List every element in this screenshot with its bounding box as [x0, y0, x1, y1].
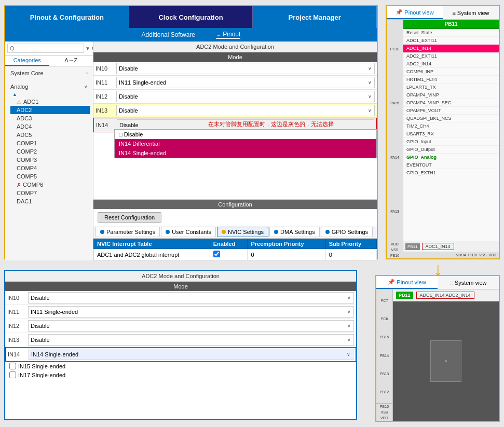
func-comp6-inp[interactable]: COMP6_INP	[403, 68, 499, 76]
sidebar-item-comp2[interactable]: COMP2	[10, 147, 90, 156]
tab-categories[interactable]: Categories	[5, 56, 49, 66]
row-in11: IN11 IN11 Single-ended	[93, 76, 377, 90]
tab-pinout-config[interactable]: Pinout & Configuration	[5, 6, 129, 28]
top-right-tab-pinout[interactable]: 📌 Pinout view	[387, 6, 443, 19]
mode-config-rows: IN10 Disable IN11	[93, 62, 377, 199]
bottom-in13-select[interactable]: Disable	[28, 334, 354, 346]
in11-select[interactable]: IN11 Single-ended	[116, 77, 375, 88]
search-input[interactable]	[7, 44, 84, 53]
pin-pa15: PA15	[387, 101, 403, 105]
pin-pc7: PC7	[376, 299, 392, 302]
sub-tab-pinout[interactable]: ⌄ Pinout	[216, 31, 240, 39]
chip-visual	[393, 301, 499, 421]
nvic-row-sub: 0	[325, 249, 376, 260]
bottom-in12-select[interactable]: Disable	[28, 320, 354, 332]
in14-option-single-ended[interactable]: IN14 Single-ended	[115, 148, 376, 158]
func-adc2-exti11[interactable]: ADC2_EXTI11	[403, 52, 499, 60]
bottom-row-in10: IN10 Disable	[5, 291, 356, 305]
bottom-in10-select[interactable]: Disable	[28, 292, 354, 304]
group-analog-header[interactable]: Analog ∨	[8, 82, 90, 91]
in10-select-wrapper: Disable	[116, 63, 375, 74]
in13-label: IN13	[96, 107, 116, 114]
pin-vss-br: VSS	[376, 409, 392, 415]
sidebar-item-adc1[interactable]: ADC1	[10, 98, 90, 106]
nvic-enabled-checkbox[interactable]	[213, 251, 220, 257]
func-lpuart1-tx[interactable]: LPUART1_TX	[403, 84, 499, 91]
func-reset-state[interactable]: Reset_State	[403, 29, 499, 37]
in12-content: Disable	[116, 91, 375, 102]
sidebar-item-comp5[interactable]: COMP5	[10, 172, 90, 181]
chip-body	[430, 340, 461, 382]
sidebar-item-comp3[interactable]: COMP3	[10, 156, 90, 164]
func-opamp4-vinp[interactable]: OPAMP4_VINP	[403, 91, 499, 99]
func-tim2-ch4[interactable]: TIM2_CH4	[403, 122, 499, 130]
sub-tab-bar: Additional Software ⌄ Pinout	[5, 28, 377, 42]
tab-dma-settings[interactable]: DMA Settings	[269, 227, 320, 237]
func-gpio-exth1[interactable]: GPIO_EXTH1	[403, 169, 499, 176]
dropdown-arrow-icon[interactable]: ▼	[85, 46, 90, 51]
tab-parameter-settings[interactable]: Parameter Settings	[96, 227, 160, 237]
bottom-right-tab-system[interactable]: ≡ System view	[438, 276, 499, 289]
in15-checkbox[interactable]	[9, 363, 16, 369]
in12-select[interactable]: Disable	[116, 91, 375, 102]
bottom-in12-select-wrapper: Disable	[28, 320, 354, 332]
func-usart3-rx[interactable]: USART3_RX	[403, 130, 499, 138]
top-right-tab-system[interactable]: ≡ System view	[443, 6, 499, 19]
tab-gpio-settings[interactable]: GPIO Settings	[321, 227, 373, 237]
sidebar-item-comp7[interactable]: COMP7	[10, 189, 90, 197]
bottom-right-tab-pinout[interactable]: 📌 Pinout view	[376, 276, 438, 289]
group-system-core-header[interactable]: System Core ›	[8, 68, 90, 78]
in13-select[interactable]: Disable	[116, 105, 375, 116]
bottom-row-in13: IN13 Disable	[5, 333, 356, 347]
func-gpio-analog[interactable]: GPIO_Analog	[403, 154, 499, 161]
adc1-in14-label: ADC1_IN14	[422, 243, 454, 250]
top-right-pinout-panel: 📌 Pinout view ≡ System view PC10 PA15 PA…	[386, 5, 500, 259]
func-gpio-output[interactable]: GPIO_Output	[403, 146, 499, 154]
in12-label: IN12	[96, 93, 116, 100]
bottom-row-in11: IN11 IN11 Single-ended	[5, 305, 356, 319]
tab-clock-config[interactable]: Clock Configuration	[129, 6, 253, 28]
chip-body-area: PB11 Reset_State ADC1_EXTI11 ADC1_IN14 A…	[403, 20, 499, 258]
sidebar-item-adc5[interactable]: ADC5	[10, 131, 90, 139]
tab-az[interactable]: A→Z	[49, 56, 93, 66]
sub-tab-additional-software[interactable]: Additional Software	[142, 31, 195, 38]
sidebar-item-adc4[interactable]: ADC4	[10, 122, 90, 131]
sidebar-item-comp6[interactable]: COMP6	[10, 181, 90, 189]
bottom-pinout-label: Pinout view	[397, 279, 426, 285]
pb11-chip-label[interactable]: PB11	[403, 20, 499, 29]
tab-user-constants[interactable]: User Constants	[161, 227, 216, 237]
func-quadspi-bk1[interactable]: QUADSPI_BK1_NCS	[403, 115, 499, 122]
bottom-in14-select[interactable]: IN14 Single-ended	[29, 349, 353, 360]
func-eventout[interactable]: EVENTOUT	[403, 161, 499, 169]
tab-project-manager[interactable]: Project Manager	[253, 6, 377, 28]
sidebar-item-comp1[interactable]: COMP1	[10, 139, 90, 147]
row-in14-container: IN14 Disable 在未对管脚复用配置时，这边是灰色的，无法选择	[93, 118, 377, 132]
bottom-in11-select[interactable]: IN11 Single-ended	[28, 306, 354, 318]
row-in13: IN13 Disable	[93, 104, 377, 118]
nvic-col-name: NVIC Interrupt Table	[94, 239, 210, 249]
sidebar-item-comp4[interactable]: COMP4	[10, 164, 90, 172]
bottom-row-in12: IN12 Disable	[5, 319, 356, 333]
func-hrtim1-flt4[interactable]: HRTIM1_FLT4	[403, 76, 499, 84]
in10-select[interactable]: Disable	[116, 63, 375, 74]
system-view-icon: ≡	[452, 10, 455, 16]
sidebar-item-adc1-label: ADC1	[23, 99, 38, 105]
sidebar-item-adc2[interactable]: ADC2	[10, 106, 90, 114]
func-opamp4-vinp-sec[interactable]: OPAMP4_VINP_SEC	[403, 99, 499, 107]
pin-pb10-br: PB10	[376, 403, 392, 409]
in14-option-disable[interactable]: □ Disable	[115, 130, 376, 139]
user-constants-dot	[166, 230, 170, 234]
pinout-view-label: Pinout view	[404, 9, 433, 16]
func-adc2-in14[interactable]: ADC2_IN14	[403, 60, 499, 68]
in17-checkbox[interactable]	[9, 371, 16, 378]
in14-option-differential[interactable]: IN14 Differential	[115, 139, 376, 148]
tab-nvic-settings[interactable]: NVIC Settings	[217, 227, 268, 237]
sidebar-item-dac1[interactable]: DAC1	[10, 197, 90, 205]
func-gpio-input[interactable]: GPIO_Input	[403, 138, 499, 146]
func-opamp6-vout[interactable]: OPAMP6_VOUT	[403, 107, 499, 115]
reset-configuration-button[interactable]: Reset Configuration	[98, 212, 161, 223]
func-adc1-in14[interactable]: ADC1_IN14	[403, 45, 499, 52]
sidebar-item-adc2-label: ADC2	[17, 107, 32, 113]
sidebar-item-adc3[interactable]: ADC3	[10, 114, 90, 122]
func-adc1-exti11[interactable]: ADC1_EXTI11	[403, 37, 499, 45]
